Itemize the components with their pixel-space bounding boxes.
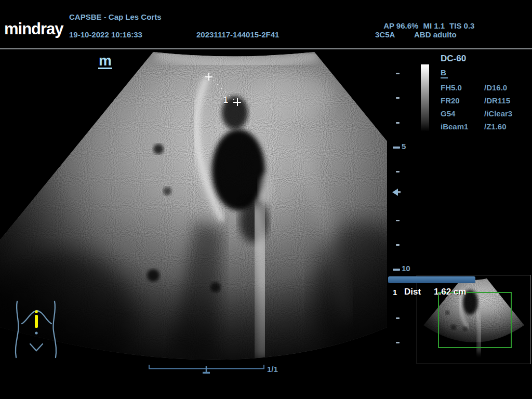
param-gain: G54 (441, 107, 484, 120)
exam-preset: ABD adulto (414, 30, 457, 39)
focus-position-icon[interactable] (392, 189, 398, 196)
acoustic-power: AP 96.6% (383, 21, 418, 30)
param-dynamic-range: /DR115 (484, 94, 510, 107)
body-right-flank (53, 301, 56, 357)
mechanical-index: MI 1.1 (423, 21, 445, 30)
body-navel-dot (35, 331, 37, 334)
system-model-label: DC-60 (441, 54, 466, 64)
depth-tick-major (393, 269, 400, 271)
param-frequency: FH5.0 (441, 81, 484, 94)
param-row: iBeam1 /Z1.60 (441, 120, 530, 133)
depth-tick (396, 317, 400, 319)
param-framerate: FR20 (441, 94, 484, 107)
depth-tick (396, 122, 400, 124)
probe-orientation-marker (35, 315, 38, 328)
depth-tick (396, 97, 400, 99)
thermal-index: TIS 0.3 (449, 21, 474, 30)
exam-datetime: 19-10-2022 10:16:33 (69, 30, 142, 39)
param-row: G54 /iClear3 (441, 107, 530, 120)
cine-position-marker[interactable] (203, 366, 210, 373)
caliper-2-icon[interactable] (233, 98, 241, 106)
depth-tick (396, 73, 400, 74)
body-left-flank (16, 301, 19, 357)
depth-tick (396, 220, 400, 221)
transducer-name: 3C5A (375, 30, 395, 39)
page-indicator: 1/1 (267, 365, 278, 374)
body-marker-abdomen[interactable] (9, 296, 61, 361)
exam-id: 20231117-144015-2F41 (196, 30, 279, 39)
param-depth: /D16.0 (484, 81, 507, 94)
measure-result-bar (388, 276, 475, 283)
depth-scale: 5 10 (391, 49, 415, 366)
depth-label-5: 5 (402, 142, 406, 151)
depth-tick (396, 342, 400, 343)
depth-tick (396, 244, 400, 246)
param-zoom: /Z1.60 (484, 120, 507, 133)
param-ibeam: iBeam1 (441, 120, 484, 133)
probe-marker-dot (35, 310, 38, 313)
caliper-number-label: 1 (223, 96, 228, 105)
measurement-index: 1 (393, 288, 397, 297)
depth-label-10: 10 (402, 264, 410, 273)
site-name: CAPSBE - Cap Les Corts (69, 12, 162, 21)
measurement-value: 1.62 cm (434, 287, 466, 297)
depth-tick-major (393, 147, 400, 149)
measurement-label: Dist (404, 287, 421, 297)
caliper-1-icon[interactable] (205, 73, 212, 81)
mindray-logo: mindray (4, 20, 63, 38)
param-row: FR20 /DR115 (441, 94, 530, 107)
body-pubic-v (30, 344, 43, 351)
roi-box (438, 292, 512, 348)
param-row: FH5.0 /D16.0 (441, 81, 530, 94)
imaging-parameters: FH5.0 /D16.0 FR20 /DR115 G54 /iClear3 iB… (441, 81, 530, 133)
depth-tick (396, 171, 400, 172)
grayscale-bar (421, 64, 429, 131)
mode-tab-b[interactable]: B (441, 68, 448, 78)
ultrasound-screen: mindray CAPSBE - Cap Les Corts 19-10-202… (0, 0, 532, 399)
cine-ruler[interactable] (148, 363, 272, 376)
param-iclear: /iClear3 (484, 107, 512, 120)
